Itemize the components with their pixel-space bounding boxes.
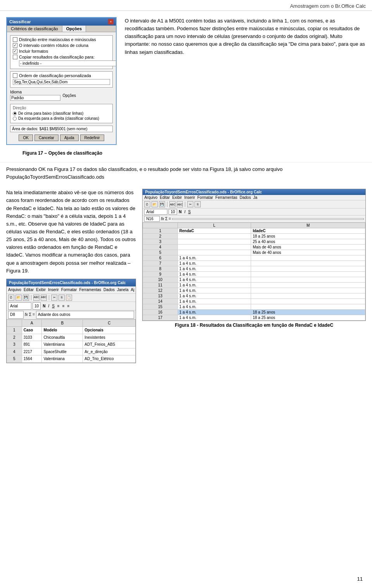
cell-B-1[interactable]: Modelo — [42, 327, 83, 334]
menu-editar[interactable]: Editar — [24, 287, 34, 293]
r-cell-ref[interactable]: N16 — [144, 216, 160, 222]
r-cell-L-9[interactable]: 1 a 4 s.m. — [177, 272, 251, 277]
r-cell-L-2[interactable] — [177, 234, 251, 239]
r-cell-L-6[interactable]: 1 a 4 s.m. — [177, 255, 251, 261]
toolbar-btn-1[interactable]: 🗋 — [8, 295, 14, 301]
cell-A-2[interactable]: 3103 — [22, 334, 42, 341]
r-cell-L-5[interactable] — [177, 250, 251, 255]
r-cell-M-7[interactable] — [251, 261, 365, 266]
r-cell-M-17[interactable]: 18 a 25 anos — [251, 315, 365, 321]
toolbar-btn-copy[interactable]: ⎘ — [59, 295, 65, 301]
menu-inserir[interactable]: Inserir — [48, 287, 59, 293]
menu-dados[interactable]: Dados — [103, 287, 115, 293]
r-cell-M-15[interactable] — [251, 304, 365, 310]
r-cell-M-4[interactable]: Mais de 40 anos — [251, 245, 365, 250]
cell-C-2[interactable]: Inexistentes — [83, 334, 136, 341]
r-italic-btn[interactable]: I — [184, 210, 186, 214]
checkbox-case[interactable] — [13, 37, 17, 42]
menu-ferramentas[interactable]: Ferramentas — [79, 287, 101, 293]
cell-B-3[interactable]: Valentiniana — [42, 341, 83, 348]
r-toolbar-btn-copy[interactable]: ⎘ — [195, 201, 201, 207]
r-cell-L-3[interactable] — [177, 239, 251, 245]
tab-criteria[interactable]: Critérios de classificação — [7, 26, 62, 32]
r-cell-L-15[interactable]: 1 a 4 s.m. — [177, 304, 251, 310]
toolbar-btn-2[interactable]: 📂 — [16, 295, 22, 301]
align-right-btn[interactable]: ≡ — [67, 303, 71, 309]
bold-btn[interactable]: N — [42, 303, 46, 309]
reset-button[interactable]: Redefinir — [80, 134, 104, 141]
r-cell-M-3[interactable]: 25 a 40 anos — [251, 239, 365, 245]
r-cell-L-4[interactable] — [177, 245, 251, 250]
r-cell-L-17[interactable]: 1 a 4 s.m. — [177, 315, 251, 321]
menu-arquivo[interactable]: Arquivo — [8, 287, 21, 293]
r-toolbar-btn-cut[interactable]: ✂ — [187, 201, 193, 207]
r-cell-L-13[interactable]: 1 a 4 s.m. — [177, 293, 251, 299]
r-cell-L-14[interactable]: 1 a 4 s.m. — [177, 299, 251, 304]
r-cell-L-16[interactable]: 1 a 4 s.m. — [177, 310, 251, 315]
cell-C-4[interactable]: Ar_e_direção — [83, 348, 136, 355]
r-menu-editar[interactable]: Editar — [160, 195, 170, 200]
cell-ref-left[interactable]: D8 — [8, 311, 24, 319]
cell-B-2[interactable]: Chiconaultla — [42, 334, 83, 341]
menu-formatar[interactable]: Formatar — [61, 287, 77, 293]
help-button[interactable]: Ajuda — [60, 134, 79, 141]
radio-top-bottom-dot[interactable] — [13, 112, 17, 116]
r-cell-M-2[interactable]: 18 a 25 anos — [251, 234, 365, 239]
menu-aj[interactable]: Aj — [131, 287, 134, 293]
r-cell-M-6[interactable] — [251, 255, 365, 261]
toolbar-btn-3[interactable]: 💾 — [23, 295, 29, 301]
checkbox-headers[interactable] — [13, 43, 17, 48]
underline-btn[interactable]: S — [51, 303, 55, 309]
r-cell-L-10[interactable]: 1 a 4 s.m. — [177, 277, 251, 283]
cell-B-5[interactable]: Valentiniana — [42, 355, 83, 363]
formula-content-left[interactable]: Adiante dos outros — [36, 311, 134, 319]
cell-A-1[interactable]: Caso — [22, 327, 42, 334]
align-center-btn[interactable]: ≡ — [62, 303, 65, 309]
r-menu-ja[interactable]: Ja — [253, 195, 257, 200]
r-font-size[interactable]: 10 — [169, 209, 177, 215]
copy-target-select[interactable]: - indefinido - — [19, 60, 116, 66]
radio-left-right-dot[interactable] — [13, 117, 17, 121]
font-name[interactable]: Arial — [8, 302, 31, 310]
cell-A-5[interactable]: 1564 — [22, 355, 42, 363]
cell-C-3[interactable]: ADT_Freios_ABS — [83, 341, 136, 348]
cell-C-5[interactable]: AD_Trio_Elétrico — [83, 355, 136, 363]
r-toolbar-btn-abc1[interactable]: ABC — [169, 201, 176, 207]
ok-button[interactable]: OK — [19, 134, 33, 141]
r-cell-M-10[interactable] — [251, 277, 365, 283]
custom-sort-select[interactable]: Seg,Ter,Qua,Qui,Sex,Sáb,Dom — [13, 79, 110, 85]
r-menu-formatar[interactable]: Formatar — [197, 195, 213, 200]
r-cell-M-14[interactable] — [251, 299, 365, 304]
checkbox-formats[interactable] — [13, 49, 17, 53]
r-cell-L-7[interactable]: 1 a 4 s.m. — [177, 261, 251, 266]
r-menu-dados[interactable]: Dados — [239, 195, 251, 200]
toolbar-btn-abc1[interactable]: ABC — [33, 295, 40, 301]
r-formula-content[interactable] — [172, 218, 364, 220]
r-cell-M-12[interactable] — [251, 288, 365, 293]
italic-btn[interactable]: I — [47, 303, 50, 309]
cell-A-4[interactable]: 2217 — [22, 348, 42, 355]
r-cell-L-12[interactable]: 1 a 4 s.m. — [177, 288, 251, 293]
r-menu-ferramentas[interactable]: Ferramentas — [215, 195, 238, 200]
r-cell-M-5[interactable]: Mais de 40 anos — [251, 250, 365, 255]
r-cell-L-8[interactable]: 1 a 4 s.m. — [177, 266, 251, 272]
r-cell-L-1[interactable]: RendaC — [177, 228, 251, 234]
r-menu-arquivo[interactable]: Arquivo — [144, 195, 157, 200]
r-cell-M-16[interactable]: 18 a 25 anos — [251, 310, 365, 315]
align-left-btn[interactable]: ≡ — [57, 303, 60, 309]
cell-C-1[interactable]: Opcionais — [83, 327, 136, 334]
r-menu-inserir[interactable]: Inserir — [184, 195, 195, 200]
r-cell-M-13[interactable] — [251, 293, 365, 299]
menu-janela[interactable]: Janela — [117, 287, 128, 293]
toolbar-btn-cut[interactable]: ✂ — [51, 295, 57, 301]
r-cell-M-1[interactable]: IdadeC — [251, 228, 365, 234]
toolbar-btn-abc2[interactable]: ABC — [41, 295, 47, 301]
menu-exibir[interactable]: Exibir — [36, 287, 46, 293]
r-cell-M-8[interactable] — [251, 266, 365, 272]
language-select[interactable]: Padrão — [10, 95, 60, 101]
r-cell-M-9[interactable] — [251, 272, 365, 277]
r-cell-L-11[interactable]: 1 a 4 s.m. — [177, 283, 251, 288]
cell-A-3[interactable]: 891 — [22, 341, 42, 348]
checkbox-custom-sort-box[interactable] — [13, 73, 17, 78]
dialog-close-button[interactable]: × — [108, 19, 114, 24]
